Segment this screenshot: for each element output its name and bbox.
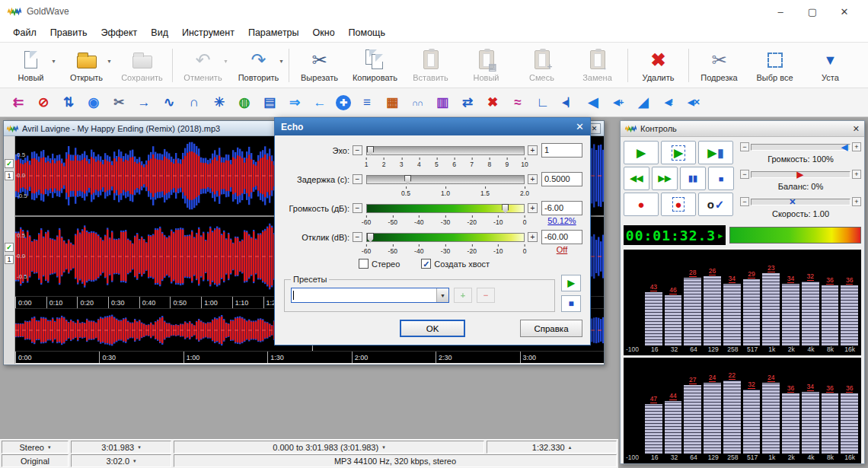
record-selection-button[interactable]: ● [661, 193, 696, 216]
preview-stop-button[interactable]: ■ [561, 295, 581, 312]
echo-amount-value[interactable]: 1 [541, 143, 582, 158]
shift-right-icon[interactable]: ⇒ [286, 94, 304, 112]
echo-amount-decrease-button[interactable]: − [353, 145, 362, 155]
toolbar-set-marker-button[interactable]: ▼Уста [803, 49, 858, 82]
rainbow-icon[interactable]: ≈ [509, 94, 527, 112]
volume-minus-button[interactable]: − [740, 142, 749, 151]
close-button[interactable]: ✕ [828, 0, 860, 23]
ok-button[interactable]: OK [400, 320, 465, 337]
preset-add-button[interactable]: + [454, 288, 472, 303]
expression-icon[interactable]: ∟ [534, 94, 552, 112]
toolbar-replace-clipboard-button[interactable]: →Замена [570, 49, 625, 82]
speed-thumb-icon[interactable]: ✕ [789, 196, 796, 207]
checkbox-generate-tail[interactable]: ✓Создать хвост [421, 259, 490, 269]
marker-start-icon[interactable]: ◀▏ [559, 94, 577, 112]
toolbar-open-folder-button[interactable]: Открыть▼ [59, 49, 114, 82]
volume-thumb-icon[interactable]: ◀ [841, 142, 847, 152]
menu-edit[interactable]: Править [43, 24, 94, 41]
volume-increase-button[interactable]: + [528, 203, 538, 213]
help-button[interactable]: Справка [520, 320, 582, 337]
reverse-icon[interactable]: ∩ [185, 94, 203, 112]
preset-combobox[interactable]: ▼ [291, 288, 449, 303]
comb-filter-icon[interactable]: ∩∩ [408, 94, 426, 112]
toolbar-undo-arrow-button[interactable]: ↶Отменить▼ [175, 49, 231, 82]
equalizer-icon[interactable]: ▦ [383, 94, 401, 112]
dropdown-caret-icon[interactable]: ▼ [107, 59, 112, 64]
toolbar-select-all-button[interactable]: Выбр все [747, 49, 803, 82]
dynamics-icon[interactable]: ▤ [260, 94, 279, 112]
file-format-field[interactable]: MP3 44100 Hz, 320 kbps, stereo [174, 454, 617, 467]
rewind-button[interactable]: ◀◀ [624, 167, 649, 190]
speed-plus-button[interactable]: + [852, 197, 861, 206]
spin-arrow-icon[interactable]: ▴ [569, 444, 572, 450]
volume-slider[interactable]: − ◀ + [740, 141, 861, 153]
original-status-field[interactable]: Original [2, 454, 69, 467]
feedback-value[interactable]: -60.00 [541, 230, 582, 244]
speed-slider[interactable]: − ✕ + [740, 196, 861, 208]
file-length-field[interactable]: 3:02.0▾ [71, 454, 171, 467]
spin-arrow-icon[interactable]: ▾ [382, 444, 385, 450]
balance-thumb-icon[interactable]: ▶ [797, 169, 803, 180]
toolbar-paste-clipboard-button[interactable]: Вставить [403, 49, 458, 82]
echo-amount-slider[interactable] [366, 146, 525, 155]
spectrum-icon[interactable]: ▥ [433, 94, 452, 112]
offset-icon[interactable]: → [135, 94, 153, 112]
combo-dropdown-icon[interactable]: ▼ [436, 288, 448, 302]
feedback-increase-button[interactable]: + [528, 232, 538, 242]
selection-range-field[interactable]: 0.000 to 3:01.983 (3:01.983)▾ [174, 441, 484, 454]
menu-help[interactable]: Помощь [342, 24, 392, 41]
control-panel-titlebar[interactable]: Контроль ✕ [621, 121, 864, 137]
volume-decrease-button[interactable]: − [353, 203, 362, 213]
maximize-button[interactable]: ▢ [796, 0, 828, 23]
pitch-icon[interactable]: ◉ [85, 94, 103, 112]
play-all-button[interactable]: ▶▮ [698, 141, 733, 164]
echo-amount-increase-button[interactable]: + [528, 145, 538, 155]
stop-button[interactable]: ■ [708, 167, 734, 190]
toolbar-trim-button[interactable]: ✂Подрезка [691, 49, 747, 82]
delay-value[interactable]: 0.5000 [541, 172, 582, 186]
volume-up-icon[interactable]: ◀+ [609, 94, 627, 112]
volume-sub-link[interactable]: 50.12% [541, 215, 582, 226]
toolbar-paste-new-button[interactable]: ▤Новый [458, 49, 514, 82]
volume-plus-button[interactable]: + [852, 142, 861, 151]
fast-forward-button[interactable]: ▶▶ [652, 167, 678, 190]
fade-icon[interactable]: ◢ [634, 94, 653, 112]
volume-thumb[interactable] [502, 204, 509, 214]
play-button[interactable]: ▶ [624, 141, 659, 164]
toolbar-mix-clipboard-button[interactable]: +Смесь [514, 49, 570, 82]
exchange-channels-icon[interactable]: ⇅ [59, 94, 78, 112]
toolbar-copy-pages-button[interactable]: Копировать [347, 49, 403, 82]
menu-file[interactable]: Файл [6, 24, 43, 41]
delay-increase-button[interactable]: + [528, 174, 538, 184]
channel-mode-field[interactable]: Stereo▾ [2, 441, 69, 454]
resample-icon[interactable]: ⇄ [458, 94, 477, 112]
toolbar-save-file-button[interactable]: Сохранить [114, 49, 170, 82]
menu-effect[interactable]: Эффект [94, 24, 144, 41]
feedback-thumb[interactable] [367, 233, 374, 243]
delay-decrease-button[interactable]: − [353, 174, 362, 184]
preview-play-button[interactable]: ▶ [561, 275, 581, 291]
pan-icon[interactable]: ✚ [336, 95, 351, 110]
channel-right-enable[interactable]: ✓ [5, 243, 14, 252]
balance-plus-button[interactable]: + [852, 170, 861, 179]
menu-tool[interactable]: Инструмент [175, 24, 241, 41]
feedback-slider[interactable] [366, 233, 525, 242]
channel-left-enable[interactable]: ✓ [5, 159, 14, 168]
mechanize-icon[interactable]: ✳ [210, 94, 228, 112]
echo-amount-thumb[interactable] [367, 146, 374, 156]
spin-arrow-icon[interactable]: ▾ [133, 458, 136, 464]
dropdown-caret-icon[interactable]: ▼ [51, 59, 56, 64]
generate-tail-checkbox-box[interactable]: ✓ [421, 259, 431, 269]
playback-position-field[interactable]: 1:32.330▴ [487, 441, 617, 454]
dropdown-caret-icon[interactable]: ▼ [223, 59, 228, 64]
menu-view[interactable]: Вид [144, 24, 175, 41]
echo-dialog-titlebar[interactable]: Echo ✕ [275, 118, 590, 135]
speed-track[interactable]: ✕ [751, 199, 850, 205]
arrow-left-icon[interactable]: ← [311, 94, 329, 112]
feedback-decrease-button[interactable]: − [353, 232, 362, 242]
balance-minus-button[interactable]: − [740, 170, 749, 179]
record-mode-button[interactable]: o✓ [698, 193, 733, 216]
silence-cut-icon[interactable]: ✂ [110, 94, 128, 112]
delay-thumb[interactable] [404, 175, 411, 185]
mute-icon[interactable]: ◀✕ [685, 94, 703, 112]
